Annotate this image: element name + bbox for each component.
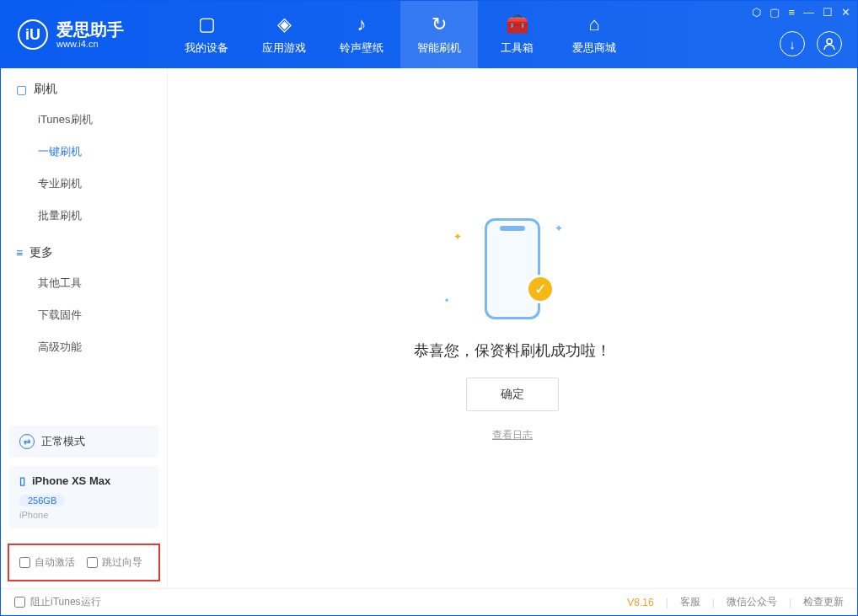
- nav-download-firmware[interactable]: 下载固件: [1, 299, 167, 331]
- status-right: V8.16 | 客服 | 微信公众号 | 检查更新: [627, 595, 844, 609]
- device-storage: 256GB: [19, 495, 65, 506]
- sparkle-icon: ✦: [555, 222, 563, 234]
- maximize-button[interactable]: ☐: [823, 6, 833, 19]
- tab-ringtones[interactable]: ♪铃声壁纸: [323, 1, 400, 68]
- phone-icon: ▢: [16, 83, 27, 96]
- apps-icon: ◈: [277, 13, 292, 35]
- status-bar: 阻止iTunes运行 V8.16 | 客服 | 微信公众号 | 检查更新: [1, 588, 857, 615]
- tab-apps-games[interactable]: ◈应用游戏: [245, 1, 323, 68]
- store-icon: ⌂: [588, 13, 599, 35]
- list-icon[interactable]: ≡: [788, 6, 795, 19]
- block-itunes-input[interactable]: [14, 597, 25, 608]
- nav-batch-flash[interactable]: 批量刷机: [1, 200, 167, 232]
- device-icon: ▢: [198, 13, 216, 35]
- ok-button[interactable]: 确定: [466, 378, 559, 411]
- mode-icon: ⇄: [19, 434, 35, 449]
- checkbox-skip-guide[interactable]: 跳过向导: [87, 555, 142, 570]
- window-controls: ⬡ ▢ ≡ — ☐ ✕: [752, 6, 850, 19]
- nav-pro-flash[interactable]: 专业刷机: [1, 168, 167, 200]
- auto-activate-input[interactable]: [19, 557, 30, 568]
- sparkle-icon: ✦: [453, 231, 462, 243]
- device-panel: ⇄ 正常模式 ▯ iPhone XS Max 256GB iPhone: [9, 426, 158, 528]
- view-log-link[interactable]: 查看日志: [492, 428, 533, 442]
- flash-icon: ↻: [432, 13, 447, 35]
- block-itunes-label: 阻止iTunes运行: [30, 595, 101, 609]
- tab-my-device[interactable]: ▢我的设备: [168, 1, 245, 68]
- version-label: V8.16: [627, 597, 653, 608]
- more-icon: ≡: [16, 246, 23, 260]
- logo-text: 爱思助手 www.i4.cn: [56, 20, 124, 49]
- nav-onekey-flash[interactable]: 一键刷机: [1, 136, 167, 168]
- svg-point-0: [827, 39, 832, 44]
- nav-advanced[interactable]: 高级功能: [1, 331, 167, 363]
- tab-toolbox[interactable]: 🧰工具箱: [478, 1, 555, 68]
- device-phone-icon: ▯: [19, 474, 25, 487]
- toolbox-icon: 🧰: [506, 13, 528, 35]
- success-message: 恭喜您，保资料刷机成功啦！: [414, 340, 611, 361]
- header-bar: iU 爱思助手 www.i4.cn ▢我的设备 ◈应用游戏 ♪铃声壁纸 ↻智能刷…: [1, 1, 857, 68]
- skip-guide-label: 跳过向导: [102, 555, 142, 570]
- user-button[interactable]: [817, 31, 842, 56]
- section-more: ≡ 更多: [1, 232, 167, 267]
- user-icon: [823, 37, 836, 51]
- app-subtitle: www.i4.cn: [56, 39, 124, 49]
- section-flash-title: 刷机: [34, 82, 57, 97]
- top-tabs: ▢我的设备 ◈应用游戏 ♪铃声壁纸 ↻智能刷机 🧰工具箱 ⌂爱思商城: [168, 1, 633, 68]
- body: ▢ 刷机 iTunes刷机 一键刷机 专业刷机 批量刷机 ≡ 更多 其他工具 下…: [1, 68, 857, 588]
- link-wechat[interactable]: 微信公众号: [727, 595, 777, 609]
- phone-illustration-icon: [485, 218, 540, 319]
- nav-itunes-flash[interactable]: iTunes刷机: [1, 104, 167, 136]
- app-title: 爱思助手: [56, 20, 124, 39]
- block-itunes-checkbox[interactable]: 阻止iTunes运行: [14, 595, 101, 609]
- ringtone-icon: ♪: [357, 13, 367, 35]
- sidebar: ▢ 刷机 iTunes刷机 一键刷机 专业刷机 批量刷机 ≡ 更多 其他工具 下…: [1, 68, 168, 588]
- app-window: iU 爱思助手 www.i4.cn ▢我的设备 ◈应用游戏 ♪铃声壁纸 ↻智能刷…: [0, 0, 858, 616]
- checkbox-highlight: 自动激活 跳过向导: [8, 544, 160, 581]
- tab-smart-flash[interactable]: ↻智能刷机: [400, 1, 478, 68]
- minimize-button[interactable]: —: [803, 6, 814, 19]
- header-action-buttons: ↓: [780, 31, 842, 56]
- download-button[interactable]: ↓: [780, 31, 805, 56]
- success-illustration: ✦ ✦ • ✓: [428, 214, 597, 324]
- device-type: iPhone: [19, 510, 148, 520]
- skip-guide-input[interactable]: [87, 557, 98, 568]
- device-mode[interactable]: ⇄ 正常模式: [9, 426, 158, 458]
- logo-area: iU 爱思助手 www.i4.cn: [1, 19, 168, 50]
- device-info[interactable]: ▯ iPhone XS Max 256GB iPhone: [9, 466, 158, 528]
- square-icon[interactable]: ▢: [770, 6, 780, 19]
- nav-other-tools[interactable]: 其他工具: [1, 267, 167, 299]
- link-support[interactable]: 客服: [680, 595, 700, 609]
- tab-store[interactable]: ⌂爱思商城: [555, 1, 633, 68]
- sparkle-icon: •: [445, 295, 448, 307]
- check-badge-icon: ✓: [526, 275, 555, 303]
- app-logo-icon: iU: [18, 19, 48, 50]
- auto-activate-label: 自动激活: [35, 555, 75, 570]
- section-flash: ▢ 刷机: [1, 68, 167, 104]
- mode-label: 正常模式: [41, 434, 85, 449]
- close-button[interactable]: ✕: [841, 6, 850, 19]
- device-name: iPhone XS Max: [32, 474, 110, 487]
- section-more-title: 更多: [29, 245, 53, 260]
- link-check-update[interactable]: 检查更新: [803, 595, 844, 609]
- checkbox-auto-activate[interactable]: 自动激活: [19, 555, 75, 570]
- hex-icon[interactable]: ⬡: [752, 6, 761, 19]
- main-content: ✦ ✦ • ✓ 恭喜您，保资料刷机成功啦！ 确定 查看日志: [168, 68, 857, 588]
